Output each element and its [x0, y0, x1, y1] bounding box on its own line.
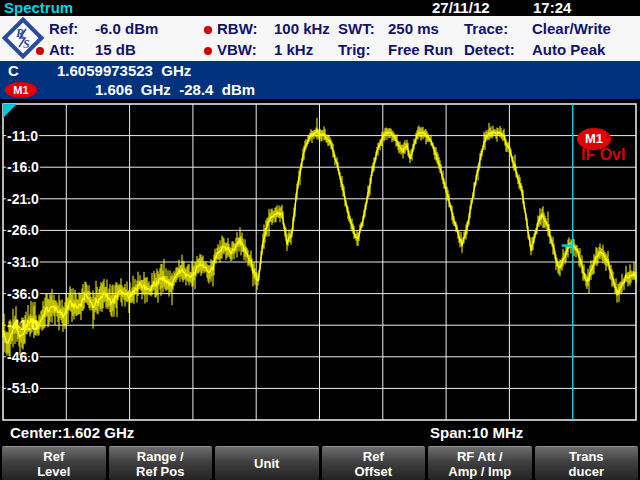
y-axis-label: -21.0 — [7, 191, 39, 207]
softkey-label: Trans — [569, 449, 604, 464]
softkey-label: Ref Pos — [136, 464, 184, 479]
y-axis-label: -11.0 — [7, 128, 38, 144]
softkey-ref-offset[interactable]: Ref Offset — [322, 446, 426, 480]
softkey-range-ref-pos[interactable]: Range / Ref Pos — [109, 446, 213, 480]
softkey-label: Level — [37, 464, 70, 479]
span-label: Span:10 MHz — [430, 424, 523, 441]
softkey-ref-level[interactable]: Ref Level — [2, 446, 106, 480]
frequency-footer: Center:1.602 GHz Span:10 MHz — [0, 421, 640, 446]
softkey-label: Range / — [137, 449, 184, 464]
spectrum-analyzer-screen: Spectrum 27/11/12 17:24 R S Ref: -6.0 dB… — [0, 0, 640, 480]
softkey-label: Unit — [254, 456, 279, 471]
softkey-label: Amp / Imp — [448, 464, 511, 479]
softkey-label: Ref — [43, 449, 64, 464]
y-axis-label: -51.0 — [7, 380, 39, 396]
marker1-flag-label: M1 — [585, 131, 603, 146]
y-axis-label: -16.0 — [7, 159, 39, 175]
softkey-bar: Ref Level Range / Ref Pos Unit Ref Offse… — [0, 446, 640, 480]
softkey-unit[interactable]: Unit — [215, 446, 319, 480]
softkey-rf-att-amp-imp[interactable]: RF Att / Amp / Imp — [428, 446, 532, 480]
softkey-label: RF Att / — [457, 449, 503, 464]
softkey-label: Offset — [354, 464, 392, 479]
center-frequency-label: Center:1.602 GHz — [10, 424, 134, 441]
y-axis-label: -26.0 — [7, 222, 39, 238]
softkey-label: Ref — [363, 449, 384, 464]
spectrum-plot: -11.0-16.0-21.0-26.0-31.0-36.0-41.0-46.0… — [0, 0, 640, 480]
softkey-label: ducer — [569, 464, 604, 479]
y-axis-label: -46.0 — [7, 349, 39, 365]
ref-level-indicator-icon — [3, 104, 17, 118]
y-axis-label: -36.0 — [7, 286, 39, 302]
softkey-transducer[interactable]: Trans ducer — [535, 446, 639, 480]
y-axis-label: -31.0 — [7, 254, 39, 270]
